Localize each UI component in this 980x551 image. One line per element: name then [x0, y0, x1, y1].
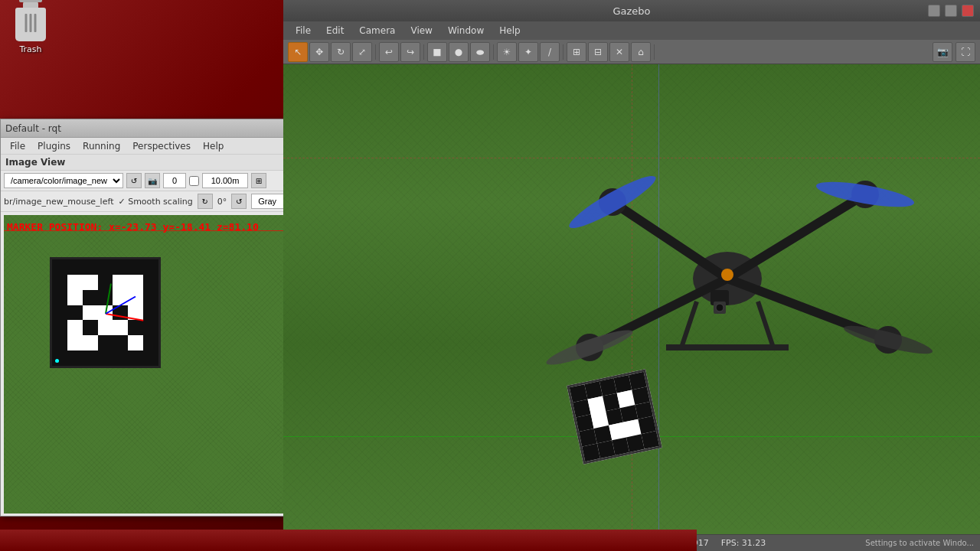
gz-menu-file[interactable]: File	[289, 24, 317, 37]
gazebo-titlebar: Gazebo	[283, 0, 980, 21]
gz-menu-camera[interactable]: Camera	[353, 24, 401, 37]
gz-cylinder-tool[interactable]: ⬬	[470, 42, 490, 62]
time-input[interactable]	[202, 173, 248, 188]
svg-point-18	[716, 304, 724, 311]
toolbar-sep5	[654, 44, 655, 60]
gz-screenshot-tool[interactable]: 📷	[933, 42, 952, 62]
gazebo-window: Gazebo File Edit Camera View Window Help…	[283, 0, 980, 551]
gz-menu-edit[interactable]: Edit	[320, 24, 350, 37]
rqt-menu-running[interactable]: Running	[77, 139, 126, 153]
trash-icon-area[interactable]: Trash	[8, 8, 54, 54]
gz-delete-tool[interactable]: ✕	[609, 42, 629, 62]
gz-menu-view[interactable]: View	[404, 24, 438, 37]
svg-line-2	[727, 194, 865, 279]
time-button[interactable]: ⊞	[251, 173, 266, 188]
mouse-topic-label: br/image_new_mouse_left	[4, 197, 113, 207]
pause-checkbox[interactable]	[189, 176, 199, 186]
gz-menu-window[interactable]: Window	[442, 24, 490, 37]
taskbar[interactable]	[0, 530, 697, 551]
gz-box-tool[interactable]: ■	[427, 42, 447, 62]
gz-sphere-tool[interactable]: ●	[449, 42, 469, 62]
toolbar-sep3	[493, 44, 494, 60]
rqt-menu-file[interactable]: File	[4, 139, 31, 153]
rqt-menu-plugins[interactable]: Plugins	[31, 139, 77, 153]
gazebo-title: Gazebo	[612, 5, 650, 17]
gz-scale-tool[interactable]: ⤢	[352, 42, 372, 62]
activate-windows-label: Settings to activate Windo...	[865, 539, 974, 547]
gz-rotate-tool[interactable]: ↻	[331, 42, 351, 62]
gz-undo-tool[interactable]: ↩	[379, 42, 399, 62]
svg-line-3	[612, 202, 727, 279]
refresh-button[interactable]: ↺	[126, 173, 142, 188]
gz-paste-tool[interactable]: ⊟	[588, 42, 608, 62]
gz-select-tool[interactable]: ↖	[288, 42, 308, 62]
svg-point-11	[544, 324, 635, 370]
trash-lines	[25, 14, 37, 32]
toolbar-sep2	[423, 44, 424, 60]
svg-line-13	[681, 302, 697, 347]
gazebo-minimize-button[interactable]	[928, 5, 940, 17]
gazebo-3d-view[interactable]	[283, 64, 980, 530]
rotate-button[interactable]: ↺	[231, 194, 247, 209]
gz-point-light-tool[interactable]: ✦	[518, 42, 538, 62]
trash-icon	[15, 8, 46, 41]
gz-redo-tool[interactable]: ↪	[400, 42, 420, 62]
aruco-marker-camera	[50, 257, 161, 368]
drone-svg	[498, 110, 957, 455]
rqt-menu-perspectives[interactable]: Perspectives	[126, 139, 197, 153]
gz-menu-help[interactable]: Help	[493, 24, 526, 37]
rqt-title: Default - rqt	[5, 123, 61, 134]
gazebo-toolbar: ↖ ✥ ↻ ⤢ ↩ ↪ ■ ● ⬬ ☀ ✦ / ⊞ ⊟ ✕ ⌂ 📷 ⛶	[283, 40, 980, 64]
gz-move-tool[interactable]: ✥	[309, 42, 329, 62]
rotation-label: 0°	[217, 197, 227, 207]
aruco-scene-marker	[567, 369, 662, 465]
rqt-menu-help[interactable]: Help	[197, 139, 230, 153]
snapshot-button[interactable]: 📷	[145, 173, 160, 188]
gz-spot-light-tool[interactable]: /	[540, 42, 560, 62]
toolbar-sep4	[563, 44, 564, 60]
smooth-scaling-label: ✓ Smooth scaling	[118, 197, 192, 207]
svg-point-19	[721, 269, 733, 281]
gazebo-title-buttons	[928, 5, 974, 17]
gazebo-menubar: File Edit Camera View Window Help	[283, 21, 980, 40]
gz-build-tool[interactable]: ⌂	[631, 42, 651, 62]
corner-dot	[55, 359, 59, 363]
fps-label: FPS: 31.23	[721, 538, 766, 548]
gz-light-tool[interactable]: ☀	[497, 42, 517, 62]
buffer-input[interactable]	[163, 173, 186, 188]
gazebo-close-button[interactable]	[962, 5, 974, 17]
toolbar-sep1	[375, 44, 376, 60]
gz-copy-tool[interactable]: ⊞	[567, 42, 586, 62]
svg-line-14	[758, 302, 773, 347]
gz-fullscreen-tool[interactable]: ⛶	[956, 42, 975, 62]
topic-select[interactable]: /camera/color/image_new	[4, 173, 123, 188]
gazebo-maximize-button[interactable]	[945, 5, 957, 17]
trash-label: Trash	[19, 44, 41, 54]
smooth-scaling-icon[interactable]: ↻	[198, 194, 213, 209]
